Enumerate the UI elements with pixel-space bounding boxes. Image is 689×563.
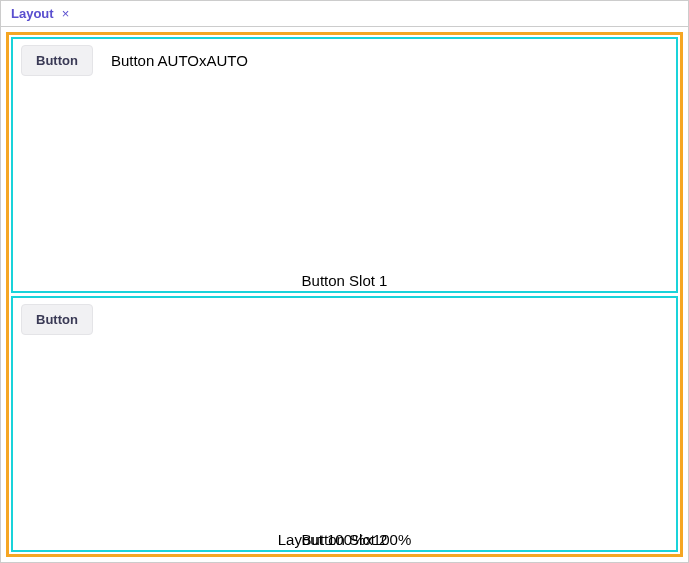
close-icon[interactable]: × xyxy=(62,7,70,20)
button-wrap-1: Button Button AUTOxAUTO xyxy=(21,45,668,76)
tab-title: Layout xyxy=(11,6,54,21)
slot-2-label: Button Slot 2 xyxy=(21,531,668,548)
layout-panel: Layout × Button Button AUTOxAUTO Button … xyxy=(0,0,689,563)
button-1-caption: Button AUTOxAUTO xyxy=(111,52,248,69)
design-canvas: Button Button AUTOxAUTO Button Slot 1 Bu… xyxy=(1,27,688,562)
button-slot-1[interactable]: Button Button AUTOxAUTO Button Slot 1 xyxy=(11,37,678,293)
layout-root[interactable]: Button Button AUTOxAUTO Button Slot 1 Bu… xyxy=(6,32,683,557)
button-wrap-2: Button xyxy=(21,304,668,335)
tab-layout[interactable]: Layout × xyxy=(7,4,73,23)
button-1[interactable]: Button xyxy=(21,45,93,76)
button-2[interactable]: Button xyxy=(21,304,93,335)
button-slot-2[interactable]: Button Button Slot 2 xyxy=(11,296,678,552)
tab-bar: Layout × xyxy=(1,1,688,27)
slot-1-label: Button Slot 1 xyxy=(21,272,668,289)
